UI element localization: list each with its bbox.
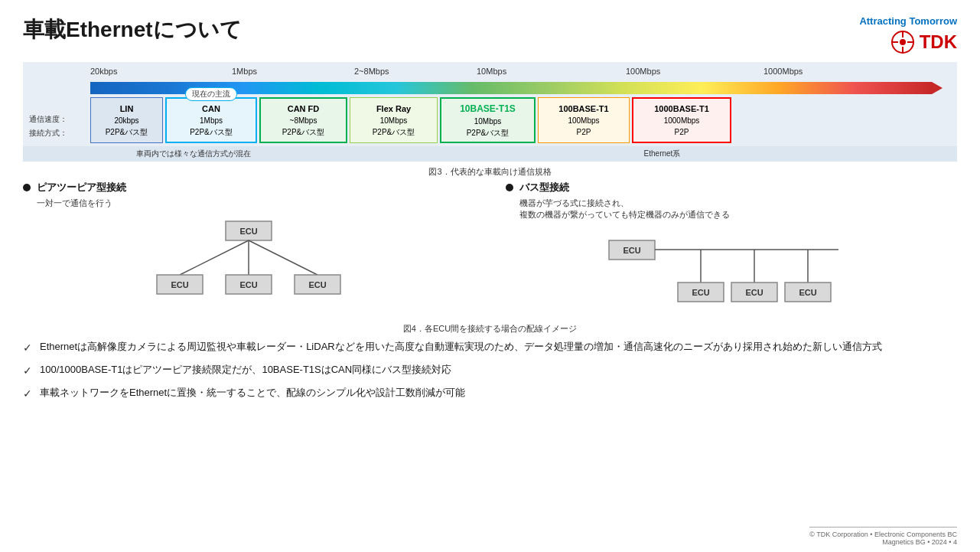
tdk-logo-icon: [890, 30, 915, 54]
bottom-note-right: Ethernet系: [373, 149, 951, 159]
standard-lin: LIN 20kbps P2P&バス型: [90, 97, 163, 143]
standard-canfd: CAN FD ~8Mbps P2P&バス型: [259, 97, 347, 143]
figure4-caption: 図4．各ECU間を接続する場合の配線イメージ: [23, 323, 957, 335]
bullet-item-3: ✓ 車載ネットワークをEthernetに置換・統一することで、配線のシンプル化や…: [23, 385, 957, 402]
bullet-text-3: 車載ネットワークをEthernetに置換・統一することで、配線のシンプル化や設計…: [40, 385, 465, 400]
standard-can: CAN 1Mbps P2P&バス型: [165, 97, 257, 143]
bus-canvas: ECU ECU ECU ECU: [506, 225, 958, 317]
speed-label-20k: 20kbps: [90, 67, 117, 76]
left-labels: 通信速度： 接続方式：: [29, 97, 90, 143]
current-mainstream-badge: 現在の主流: [185, 87, 237, 101]
check-icon-2: ✓: [23, 363, 32, 379]
p2p-diagram-section: ピアツーピア型接続 一対一で通信を行う ECU ECU ECU: [23, 181, 475, 317]
svg-line-8: [180, 240, 249, 275]
bus-diagram-section: バス型接続 機器が芋づる式に接続され、複数の機器が繋がっていても特定機器のみが通…: [506, 181, 958, 317]
chart-section: 20kbps 1Mbps 2~8Mbps 10Mbps 100Mbps 1000…: [23, 62, 957, 162]
speed-label-28m: 2~8Mbps: [354, 67, 389, 76]
p2p-canvas: ECU ECU ECU ECU: [23, 214, 475, 305]
speed-label-10m: 10Mbps: [477, 67, 506, 76]
bus-title: バス型接続: [506, 181, 958, 194]
standard-10base: 10BASE-T1S 10Mbps P2P&バス型: [440, 97, 536, 143]
check-icon-1: ✓: [23, 340, 32, 356]
svg-text:ECU: ECU: [745, 288, 763, 297]
check-icon-3: ✓: [23, 386, 32, 402]
bottom-note-left: 車両内では様々な通信方式が混在: [29, 149, 358, 159]
svg-text:ECU: ECU: [171, 280, 189, 289]
footer: © TDK Corporation • Electronic Component…: [809, 527, 957, 546]
bottom-note: 車両内では様々な通信方式が混在 Ethernet系: [23, 146, 957, 162]
bullet-text-2: 100/1000BASE-T1はピアツーピア接続限定だが、10BASE-T1Sは…: [40, 362, 451, 377]
speed-label-100m: 100Mbps: [626, 67, 660, 76]
svg-text:ECU: ECU: [623, 246, 640, 255]
svg-line-10: [249, 240, 317, 275]
svg-text:ECU: ECU: [692, 288, 709, 297]
footer-line2: Magnetics BG • 2024 • 4: [809, 538, 957, 546]
p2p-subtitle: 一対一で通信を行う: [37, 198, 475, 209]
p2p-svg: ECU ECU ECU ECU: [134, 217, 363, 302]
svg-point-1: [900, 39, 906, 45]
svg-text:ECU: ECU: [799, 288, 816, 297]
standard-1000base: 1000BASE-T1 1000Mbps P2P: [632, 97, 731, 143]
standard-can-wrapper: 現在の主流 CAN 1Mbps P2P&バス型: [165, 97, 257, 143]
svg-text:ECU: ECU: [309, 280, 327, 289]
speed-label-1m: 1Mbps: [232, 67, 257, 76]
p2p-title: ピアツーピア型接続: [23, 181, 475, 194]
figure3-caption: 図3．代表的な車載向け通信規格: [23, 166, 957, 178]
bullet-item-1: ✓ Ethernetは高解像度カメラによる周辺監視や車載レーダー・LiDARなど…: [23, 339, 957, 356]
standard-100base: 100BASE-T1 100Mbps P2P: [538, 97, 630, 143]
bus-subtitle: 機器が芋づる式に接続され、複数の機器が繋がっていても特定機器のみが通信できる: [519, 198, 958, 220]
bullet-item-2: ✓ 100/1000BASE-T1はピアツーピア接続限定だが、10BASE-T1…: [23, 362, 957, 379]
p2p-bullet: [23, 184, 31, 191]
diagrams-section: ピアツーピア型接続 一対一で通信を行う ECU ECU ECU: [23, 181, 957, 317]
speed-label-1000m: 1000Mbps: [763, 67, 803, 76]
bus-bullet: [506, 184, 513, 191]
bus-svg: ECU ECU ECU ECU: [601, 229, 861, 313]
footer-divider: [809, 527, 957, 528]
attracting-tomorrow-text: Attracting Tomorrow: [859, 15, 957, 27]
footer-line1: © TDK Corporation • Electronic Component…: [809, 531, 957, 538]
svg-text:ECU: ECU: [240, 280, 258, 289]
standard-flexray: Flex Ray 10Mbps P2P&バス型: [350, 97, 438, 143]
bullet-text-1: Ethernetは高解像度カメラによる周辺監視や車載レーダー・LiDARなどを用…: [40, 339, 882, 354]
header-right: Attracting Tomorrow TDK: [859, 15, 957, 54]
tdk-logo-text: TDK: [920, 31, 957, 53]
page-title: 車載Ethernetについて: [23, 15, 242, 44]
bullets-section: ✓ Ethernetは高解像度カメラによる周辺監視や車載レーダー・LiDARなど…: [23, 339, 957, 402]
svg-text:ECU: ECU: [240, 227, 258, 236]
